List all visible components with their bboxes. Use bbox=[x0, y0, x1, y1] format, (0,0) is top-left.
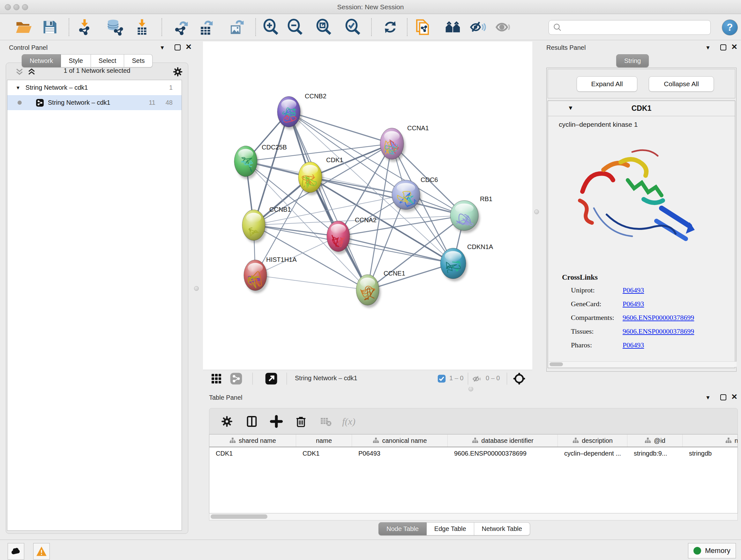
zoom-in-button[interactable] bbox=[261, 17, 281, 37]
gear-icon bbox=[220, 415, 233, 428]
zoom-out-button[interactable] bbox=[285, 17, 306, 37]
zoom-selected-button[interactable] bbox=[343, 17, 363, 37]
graph-node-HIST1H1A[interactable]: HIST1H1A bbox=[244, 256, 297, 293]
collection-expander-icon[interactable]: ▼ bbox=[16, 85, 20, 90]
grid-view-icon[interactable] bbox=[211, 373, 222, 384]
table-cell[interactable]: cyclin–dependent ... bbox=[558, 447, 627, 461]
warnings-button[interactable] bbox=[33, 543, 50, 560]
delete-column-button[interactable] bbox=[293, 414, 309, 429]
crosslink-link[interactable]: P06493 bbox=[623, 300, 644, 308]
column-header-database-identifier[interactable]: database identifier bbox=[448, 435, 558, 447]
tab-string[interactable]: String bbox=[616, 54, 649, 67]
graph-edge-CDKN1A-CCNE1[interactable] bbox=[367, 263, 453, 290]
cloud-icon bbox=[10, 546, 22, 557]
open-file-button[interactable] bbox=[13, 17, 34, 37]
control-panel-menu-button[interactable]: ▼ bbox=[159, 45, 165, 51]
export-image-button[interactable] bbox=[226, 17, 247, 37]
protein-card-header[interactable]: ▼ CDK1 bbox=[548, 101, 735, 116]
copy-style-button[interactable] bbox=[412, 17, 433, 37]
crosslink-link[interactable]: P06493 bbox=[623, 341, 644, 349]
results-panel-menu-button[interactable]: ▼ bbox=[705, 45, 711, 51]
graph-edge-CCNA2-HIST1H1A[interactable] bbox=[255, 236, 338, 275]
protein-name: CDK1 bbox=[548, 104, 735, 113]
graph-edge-CCNA2-CDKN1A[interactable] bbox=[338, 236, 453, 263]
table-cell[interactable]: stringdb bbox=[683, 447, 738, 461]
graph-node-RB1[interactable]: RB1 bbox=[450, 195, 492, 233]
tab-node-table[interactable]: Node Table bbox=[379, 522, 427, 536]
search-input[interactable] bbox=[565, 21, 711, 34]
selected-checkbox-icon[interactable] bbox=[437, 374, 446, 383]
crosslink-link[interactable]: 9606.ENSP00000378699 bbox=[623, 314, 694, 322]
expand-all-button[interactable]: Expand All bbox=[577, 76, 637, 91]
control-panel-close-button[interactable]: ✕ bbox=[185, 44, 192, 50]
external-view-icon[interactable] bbox=[265, 372, 278, 385]
share-view-icon[interactable] bbox=[230, 372, 243, 385]
graph-node-CDC25B[interactable]: CDC25B bbox=[234, 144, 287, 179]
tab-network-table[interactable]: Network Table bbox=[474, 522, 530, 536]
table-panel-close-button[interactable]: ✕ bbox=[731, 394, 738, 400]
zoom-fit-button[interactable] bbox=[314, 17, 334, 37]
birdseye-crosshair-icon[interactable] bbox=[513, 372, 526, 385]
save-session-button[interactable] bbox=[40, 17, 60, 37]
memory-button[interactable]: Memory bbox=[688, 543, 736, 558]
table-cell[interactable]: P06493 bbox=[352, 447, 448, 461]
table-cell[interactable]: CDK1 bbox=[296, 447, 352, 461]
results-panel-float-button[interactable] bbox=[720, 44, 726, 51]
graph-edge-CCNB2-CCNE1[interactable] bbox=[289, 112, 367, 290]
column-header-description[interactable]: description bbox=[558, 435, 627, 447]
right-splitter-handle[interactable] bbox=[534, 209, 539, 214]
column-header-canonical-name[interactable]: canonical name bbox=[352, 435, 448, 447]
table-panel-menu-button[interactable]: ▼ bbox=[705, 395, 711, 401]
column-header--id[interactable]: @id bbox=[627, 435, 683, 447]
graph-edge-HIST1H1A-CCNE1[interactable] bbox=[255, 275, 367, 290]
table-horizontal-scrollbar[interactable] bbox=[209, 513, 738, 520]
show-column-button[interactable] bbox=[244, 414, 260, 429]
export-table-button[interactable] bbox=[196, 17, 216, 37]
gear-icon[interactable] bbox=[172, 66, 183, 77]
function-builder-button[interactable]: f(x) bbox=[341, 414, 357, 429]
graph-edge-CCNB2-CCNA1[interactable] bbox=[289, 112, 392, 144]
export-network-button[interactable] bbox=[171, 17, 191, 37]
show-all-button[interactable] bbox=[493, 17, 513, 37]
results-panel-close-button[interactable]: ✕ bbox=[731, 44, 738, 50]
collapse-all-button[interactable]: Collapse All bbox=[649, 76, 714, 91]
graph-node-CCNA2[interactable]: CCNA2 bbox=[327, 216, 377, 254]
column-header-namespace[interactable]: namespace bbox=[683, 435, 738, 447]
toolbar-separator bbox=[468, 373, 468, 385]
table-cell[interactable]: stringdb:9... bbox=[627, 447, 683, 461]
results-panel-tabs: String bbox=[616, 54, 649, 67]
graph-node-CCNE1[interactable]: CCNE1 bbox=[356, 270, 405, 308]
bottom-splitter-handle[interactable] bbox=[468, 387, 473, 391]
network-canvas[interactable]: CCNB2CCNA1CDC25BCDK1CDC6RB1CCNB1CCNA2CDK… bbox=[203, 42, 532, 370]
left-splitter-handle[interactable] bbox=[194, 286, 199, 291]
hidden-eye-icon[interactable] bbox=[472, 374, 482, 384]
crosslink-link[interactable]: 9606.ENSP00000378699 bbox=[623, 327, 694, 335]
cloud-status-button[interactable] bbox=[8, 543, 24, 560]
graph-node-CDKN1A[interactable]: CDKN1A bbox=[441, 243, 493, 281]
crosslinks-heading: CrossLinks bbox=[562, 273, 728, 282]
network-collection-row[interactable]: ▼ String Network – cdk1 1 bbox=[7, 80, 182, 95]
import-network-file-button[interactable] bbox=[74, 17, 95, 37]
refresh-button[interactable] bbox=[380, 17, 401, 37]
table-cell[interactable]: CDK1 bbox=[209, 447, 296, 461]
column-header-name[interactable]: name bbox=[296, 435, 352, 447]
first-neighbors-button[interactable] bbox=[443, 17, 463, 37]
import-network-database-button[interactable] bbox=[105, 17, 125, 37]
import-table-button[interactable] bbox=[132, 17, 152, 37]
results-scrollbar[interactable] bbox=[549, 361, 737, 367]
tab-edge-table[interactable]: Edge Table bbox=[427, 522, 474, 536]
table-header-row: shared namenamecanonical namedatabase id… bbox=[209, 435, 738, 447]
table-settings-button[interactable] bbox=[219, 414, 235, 429]
hide-selected-button[interactable] bbox=[468, 17, 488, 37]
control-panel-float-button[interactable] bbox=[175, 44, 181, 51]
table-row[interactable]: CDK1CDK1P064939606.ENSP00000378699cyclin… bbox=[209, 447, 738, 461]
table-cell[interactable]: 9606.ENSP00000378699 bbox=[448, 447, 558, 461]
table-panel-float-button[interactable] bbox=[720, 394, 726, 400]
crosslink-link[interactable]: P06493 bbox=[623, 286, 644, 294]
add-column-button[interactable] bbox=[268, 414, 284, 429]
network-row[interactable]: String Network – cdk1 11 48 bbox=[7, 95, 182, 110]
results-panel-title: Results Panel bbox=[546, 44, 586, 51]
delete-table-button[interactable] bbox=[318, 414, 334, 429]
column-header-shared-name[interactable]: shared name bbox=[209, 435, 296, 447]
help-button[interactable]: ? bbox=[722, 19, 738, 36]
